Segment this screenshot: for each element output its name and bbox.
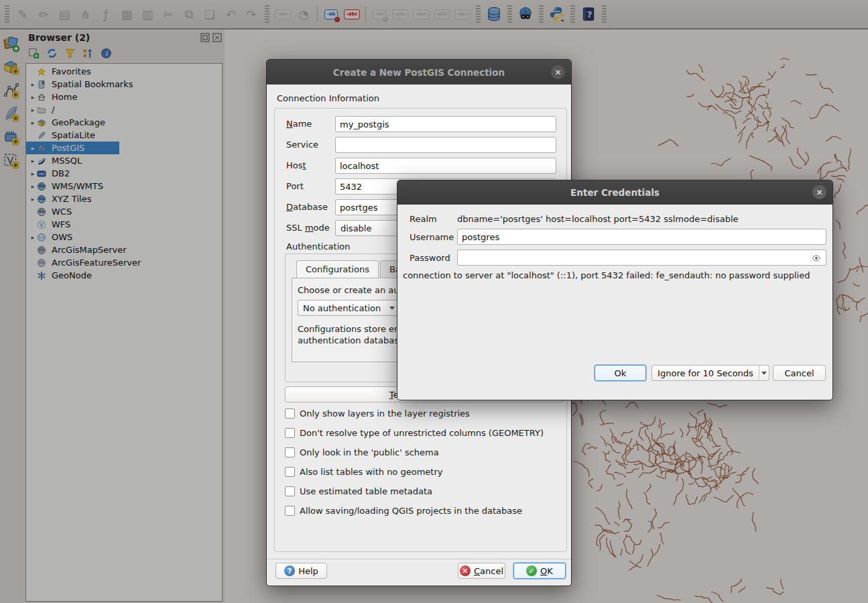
chevron-down-icon [389,307,395,310]
ignore-button-label: Ignore for 10 Seconds [658,368,753,378]
toggle-password-visibility-icon[interactable] [812,254,821,265]
connection-information-label: Connection Information [277,93,379,103]
ssl-mode-label: SSL mode [286,223,330,233]
username-input[interactable]: postgres [457,229,826,245]
service-input[interactable] [335,137,556,153]
help-button-label: Help [298,566,318,576]
ignore-button[interactable]: Ignore for 10 Seconds [652,365,759,381]
credentials-dialog-title: Enter Credentials [570,187,660,198]
name-input[interactable]: my_postgis [335,116,556,132]
tab-configurations[interactable]: Configurations [296,260,379,278]
help-icon: ? [284,565,295,576]
host-label: Host [286,160,306,170]
username-label: Username [410,232,454,242]
password-input[interactable] [457,250,826,266]
checkbox-label: Only look in the 'public' schema [300,447,439,457]
checkbox-row[interactable]: Also list tables with no geometry [285,466,442,478]
realm-value: dbname='posrtges' host=localhost port=54… [457,214,739,224]
checkbox-unchecked[interactable] [285,447,295,457]
checkbox-row[interactable]: Only look in the 'public' schema [285,447,439,458]
cancel-button-label: Cancel [474,566,503,576]
checkbox-label: Also list tables with no geometry [300,467,442,477]
credentials-cancel-button[interactable]: Cancel [773,365,826,381]
checkbox-unchecked[interactable] [285,506,295,516]
field-value: localhost [340,161,379,171]
field-value: disable [340,223,371,233]
ok-button[interactable]: ✓ OK [513,563,566,579]
credentials-dialog-close-icon[interactable]: ✕ [812,185,826,199]
field-value: my_postgis [340,119,389,129]
realm-label: Realm [410,214,437,224]
credentials-cancel-label: Cancel [784,368,814,378]
postgis-dialog-titlebar: Create a New PostGIS Connection ✕ [267,60,571,85]
checkbox-row[interactable]: Allow saving/loading QGIS projects in th… [285,505,522,516]
connection-error-text: connection to server at "localhost" (::1… [403,270,829,280]
postgis-dialog-close-icon[interactable]: ✕ [551,65,565,79]
checkbox-row[interactable]: Use estimated table metadata [285,486,432,497]
checkbox-unchecked[interactable] [285,428,295,438]
help-button[interactable]: ? Help [275,563,327,579]
field-value: posrtges [340,203,377,213]
password-label: Password [410,253,450,263]
checkbox-label: Don't resolve type of unrestricted colum… [300,428,544,438]
button-row-separator [267,559,571,559]
service-label: Service [286,140,318,150]
ignore-dropdown-icon[interactable] [759,365,769,381]
credentials-ok-label: Ok [615,368,627,378]
host-input[interactable]: localhost [335,158,556,174]
ok-button-label: OK [540,566,553,576]
checkbox-row[interactable]: Don't resolve type of unrestricted colum… [285,427,544,439]
checkbox-unchecked[interactable] [285,467,295,477]
postgis-dialog-title: Create a New PostGIS Connection [333,67,505,78]
checkbox-label: Allow saving/loading QGIS projects in th… [300,506,522,516]
checkbox-label: Use estimated table metadata [300,486,432,496]
enter-credentials-dialog: Enter Credentials ✕ Realm dbname='posrtg… [397,180,833,400]
field-value: 5432 [340,182,362,192]
cancel-button[interactable]: ✕ Cancel [458,563,505,579]
name-label: Name [286,119,312,129]
authentication-label: Authentication [286,241,350,252]
checkbox-row[interactable]: Only show layers in the layer registries [285,408,470,419]
database-label: Database [286,202,328,212]
auth-config-combo-value: No authentication [303,303,381,313]
qgis-window: ✎✏▤⋔ƒ▦▥✂⧉❏↶↷‹abc◔‹ab‹abc‹ab‹abc‹abc‹abc‹… [0,0,868,603]
port-label: Port [286,181,304,191]
credentials-dialog-titlebar: Enter Credentials ✕ [397,180,832,205]
checkbox-unchecked[interactable] [285,408,295,419]
auth-config-combo[interactable]: No authentication [298,300,399,316]
ok-icon: ✓ [526,565,537,576]
checkbox-unchecked[interactable] [285,486,295,496]
cancel-icon: ✕ [460,565,471,576]
credentials-ok-button[interactable]: Ok [595,365,646,381]
username-value: postgres [462,232,499,242]
checkbox-label: Only show layers in the layer registries [300,408,470,419]
